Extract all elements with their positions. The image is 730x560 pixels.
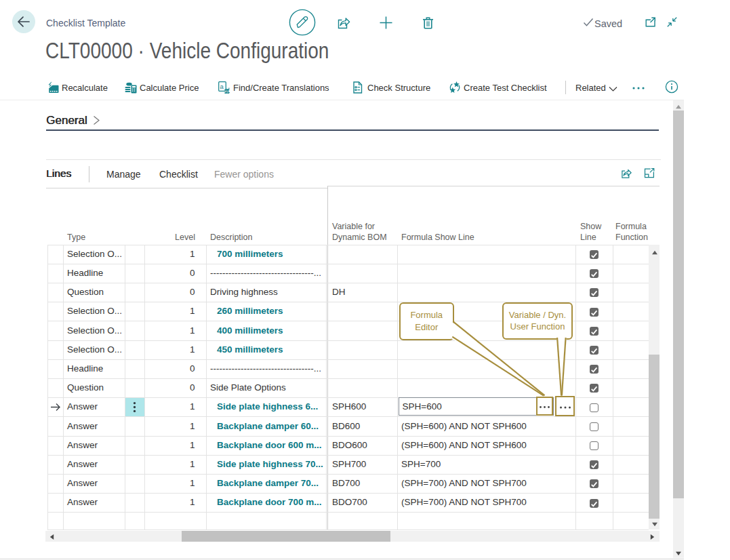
svg-text:a: a [220,83,224,90]
svg-text:a: a [226,88,229,94]
